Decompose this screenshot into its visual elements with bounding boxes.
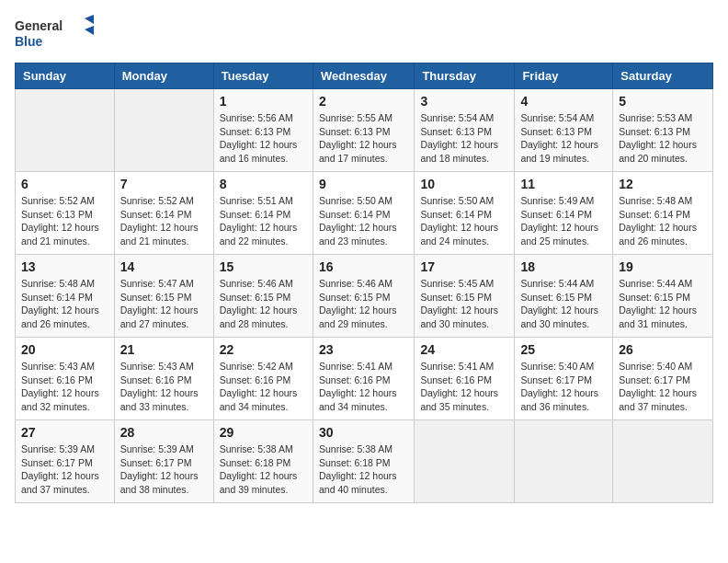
day-detail: Sunrise: 5:52 AM Sunset: 6:14 PM Dayligh… (120, 194, 208, 248)
day-detail: Sunrise: 5:50 AM Sunset: 6:14 PM Dayligh… (420, 194, 508, 248)
calendar-day-cell: 4Sunrise: 5:54 AM Sunset: 6:13 PM Daylig… (515, 89, 613, 172)
day-detail: Sunrise: 5:41 AM Sunset: 6:16 PM Dayligh… (319, 360, 408, 414)
day-number: 22 (220, 342, 307, 357)
day-number: 23 (319, 342, 408, 357)
calendar-day-cell: 30Sunrise: 5:38 AM Sunset: 6:18 PM Dayli… (313, 420, 414, 503)
day-detail: Sunrise: 5:52 AM Sunset: 6:13 PM Dayligh… (21, 194, 108, 248)
calendar-week-row: 6Sunrise: 5:52 AM Sunset: 6:13 PM Daylig… (16, 172, 713, 255)
calendar-day-cell: 10Sunrise: 5:50 AM Sunset: 6:14 PM Dayli… (415, 172, 515, 255)
day-detail: Sunrise: 5:51 AM Sunset: 6:14 PM Dayligh… (220, 194, 307, 248)
calendar-body: 1Sunrise: 5:56 AM Sunset: 6:13 PM Daylig… (16, 89, 713, 503)
calendar-day-cell: 7Sunrise: 5:52 AM Sunset: 6:14 PM Daylig… (114, 172, 213, 255)
day-number: 4 (520, 94, 607, 109)
day-number: 27 (21, 425, 108, 440)
days-of-week-row: SundayMondayTuesdayWednesdayThursdayFrid… (16, 63, 713, 89)
day-detail: Sunrise: 5:50 AM Sunset: 6:14 PM Dayligh… (319, 194, 408, 248)
calendar-day-cell (415, 420, 515, 503)
calendar-week-row: 20Sunrise: 5:43 AM Sunset: 6:16 PM Dayli… (16, 338, 713, 420)
day-of-week-header: Monday (114, 63, 213, 89)
calendar-day-cell: 29Sunrise: 5:38 AM Sunset: 6:18 PM Dayli… (213, 420, 313, 503)
calendar-day-cell: 15Sunrise: 5:46 AM Sunset: 6:15 PM Dayli… (213, 255, 313, 338)
day-detail: Sunrise: 5:48 AM Sunset: 6:14 PM Dayligh… (619, 194, 707, 248)
day-of-week-header: Wednesday (313, 63, 414, 89)
day-detail: Sunrise: 5:54 AM Sunset: 6:13 PM Dayligh… (520, 111, 607, 166)
day-detail: Sunrise: 5:43 AM Sunset: 6:16 PM Dayligh… (21, 360, 108, 414)
calendar-day-cell: 9Sunrise: 5:50 AM Sunset: 6:14 PM Daylig… (313, 172, 414, 255)
day-number: 21 (120, 342, 208, 357)
day-number: 26 (619, 342, 707, 357)
day-number: 7 (120, 177, 208, 191)
calendar-week-row: 1Sunrise: 5:56 AM Sunset: 6:13 PM Daylig… (16, 89, 713, 172)
calendar-day-cell: 16Sunrise: 5:46 AM Sunset: 6:15 PM Dayli… (313, 255, 414, 338)
calendar-day-cell: 25Sunrise: 5:40 AM Sunset: 6:17 PM Dayli… (515, 338, 613, 420)
day-number: 10 (420, 177, 508, 191)
day-number: 3 (420, 94, 508, 109)
calendar-table: SundayMondayTuesdayWednesdayThursdayFrid… (15, 63, 713, 503)
logo: General Blue (15, 15, 97, 53)
day-detail: Sunrise: 5:43 AM Sunset: 6:16 PM Dayligh… (120, 360, 208, 414)
day-number: 17 (420, 259, 508, 274)
day-of-week-header: Saturday (613, 63, 713, 89)
day-number: 6 (21, 177, 108, 191)
calendar-week-row: 27Sunrise: 5:39 AM Sunset: 6:17 PM Dayli… (16, 420, 713, 503)
day-number: 9 (319, 177, 408, 191)
calendar-day-cell: 28Sunrise: 5:39 AM Sunset: 6:17 PM Dayli… (114, 420, 213, 503)
day-number: 25 (520, 342, 607, 357)
day-of-week-header: Thursday (415, 63, 515, 89)
day-detail: Sunrise: 5:49 AM Sunset: 6:14 PM Dayligh… (520, 194, 607, 248)
day-detail: Sunrise: 5:45 AM Sunset: 6:15 PM Dayligh… (420, 277, 508, 331)
calendar-day-cell: 6Sunrise: 5:52 AM Sunset: 6:13 PM Daylig… (16, 172, 115, 255)
day-detail: Sunrise: 5:47 AM Sunset: 6:15 PM Dayligh… (120, 277, 208, 331)
day-number: 1 (220, 94, 307, 109)
generalblue-logo-icon: General Blue (15, 15, 97, 53)
day-detail: Sunrise: 5:40 AM Sunset: 6:17 PM Dayligh… (619, 360, 707, 414)
calendar-week-row: 13Sunrise: 5:48 AM Sunset: 6:14 PM Dayli… (16, 255, 713, 338)
day-detail: Sunrise: 5:53 AM Sunset: 6:13 PM Dayligh… (619, 111, 707, 166)
day-number: 5 (619, 94, 707, 109)
day-detail: Sunrise: 5:39 AM Sunset: 6:17 PM Dayligh… (120, 442, 208, 497)
calendar-day-cell: 22Sunrise: 5:42 AM Sunset: 6:16 PM Dayli… (213, 338, 313, 420)
day-of-week-header: Tuesday (213, 63, 313, 89)
svg-text:General: General (15, 18, 63, 33)
day-number: 2 (319, 94, 408, 109)
day-detail: Sunrise: 5:38 AM Sunset: 6:18 PM Dayligh… (220, 442, 307, 497)
calendar-day-cell: 17Sunrise: 5:45 AM Sunset: 6:15 PM Dayli… (415, 255, 515, 338)
day-detail: Sunrise: 5:48 AM Sunset: 6:14 PM Dayligh… (21, 277, 108, 331)
day-number: 24 (420, 342, 508, 357)
day-detail: Sunrise: 5:54 AM Sunset: 6:13 PM Dayligh… (420, 111, 508, 166)
calendar-day-cell: 5Sunrise: 5:53 AM Sunset: 6:13 PM Daylig… (613, 89, 713, 172)
day-detail: Sunrise: 5:46 AM Sunset: 6:15 PM Dayligh… (220, 277, 307, 331)
day-detail: Sunrise: 5:56 AM Sunset: 6:13 PM Dayligh… (220, 111, 307, 166)
calendar-day-cell (613, 420, 713, 503)
calendar-day-cell: 18Sunrise: 5:44 AM Sunset: 6:15 PM Dayli… (515, 255, 613, 338)
calendar-day-cell: 24Sunrise: 5:41 AM Sunset: 6:16 PM Dayli… (415, 338, 515, 420)
day-number: 11 (520, 177, 607, 191)
day-detail: Sunrise: 5:55 AM Sunset: 6:13 PM Dayligh… (319, 111, 408, 166)
calendar-day-cell: 8Sunrise: 5:51 AM Sunset: 6:14 PM Daylig… (213, 172, 313, 255)
calendar-day-cell: 20Sunrise: 5:43 AM Sunset: 6:16 PM Dayli… (16, 338, 115, 420)
day-detail: Sunrise: 5:41 AM Sunset: 6:16 PM Dayligh… (420, 360, 508, 414)
calendar-header: SundayMondayTuesdayWednesdayThursdayFrid… (16, 63, 713, 89)
day-number: 13 (21, 259, 108, 274)
day-of-week-header: Friday (515, 63, 613, 89)
calendar-day-cell (16, 89, 115, 172)
calendar-day-cell: 11Sunrise: 5:49 AM Sunset: 6:14 PM Dayli… (515, 172, 613, 255)
svg-text:Blue: Blue (15, 34, 43, 49)
calendar-day-cell: 2Sunrise: 5:55 AM Sunset: 6:13 PM Daylig… (313, 89, 414, 172)
svg-marker-3 (85, 26, 94, 35)
day-detail: Sunrise: 5:44 AM Sunset: 6:15 PM Dayligh… (520, 277, 607, 331)
day-number: 29 (220, 425, 307, 440)
calendar-day-cell: 13Sunrise: 5:48 AM Sunset: 6:14 PM Dayli… (16, 255, 115, 338)
calendar-day-cell: 14Sunrise: 5:47 AM Sunset: 6:15 PM Dayli… (114, 255, 213, 338)
day-number: 19 (619, 259, 707, 274)
day-number: 16 (319, 259, 408, 274)
day-detail: Sunrise: 5:38 AM Sunset: 6:18 PM Dayligh… (319, 442, 408, 497)
svg-marker-2 (85, 15, 94, 24)
calendar-day-cell: 26Sunrise: 5:40 AM Sunset: 6:17 PM Dayli… (613, 338, 713, 420)
day-number: 12 (619, 177, 707, 191)
calendar-day-cell: 23Sunrise: 5:41 AM Sunset: 6:16 PM Dayli… (313, 338, 414, 420)
header: General Blue (15, 15, 713, 53)
day-of-week-header: Sunday (16, 63, 115, 89)
calendar-day-cell: 1Sunrise: 5:56 AM Sunset: 6:13 PM Daylig… (213, 89, 313, 172)
calendar-day-cell: 3Sunrise: 5:54 AM Sunset: 6:13 PM Daylig… (415, 89, 515, 172)
